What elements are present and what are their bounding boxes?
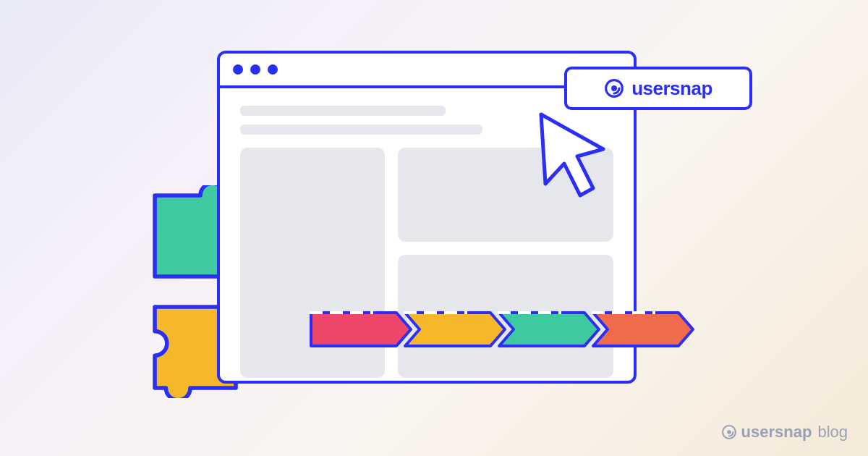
pipeline-step	[404, 311, 506, 347]
illustration-stage: usersnap usersnap blog	[0, 0, 868, 456]
pipeline-step	[592, 311, 694, 347]
skeleton-line	[240, 124, 482, 135]
dash-line-icon	[310, 311, 373, 314]
watermark-sub: blog	[817, 423, 848, 442]
pipeline-steps	[310, 311, 694, 347]
usersnap-button-label: usersnap	[631, 77, 712, 100]
svg-point-1	[611, 85, 617, 91]
dash-line-icon	[592, 311, 655, 314]
pipeline-step	[498, 311, 600, 347]
usersnap-logo-icon	[721, 424, 737, 440]
pipeline-step	[310, 311, 412, 347]
window-control-dot	[268, 64, 278, 75]
dash-line-icon	[404, 311, 467, 314]
window-control-dot	[250, 64, 260, 75]
svg-point-7	[727, 430, 731, 434]
dash-line-icon	[498, 311, 561, 314]
cursor-arrow-icon	[534, 109, 613, 203]
usersnap-logo-icon	[604, 78, 624, 98]
footer-watermark: usersnap blog	[721, 423, 848, 442]
window-control-dot	[233, 64, 243, 75]
usersnap-button[interactable]: usersnap	[564, 67, 752, 110]
skeleton-line	[240, 106, 446, 116]
watermark-brand: usersnap	[741, 423, 812, 442]
